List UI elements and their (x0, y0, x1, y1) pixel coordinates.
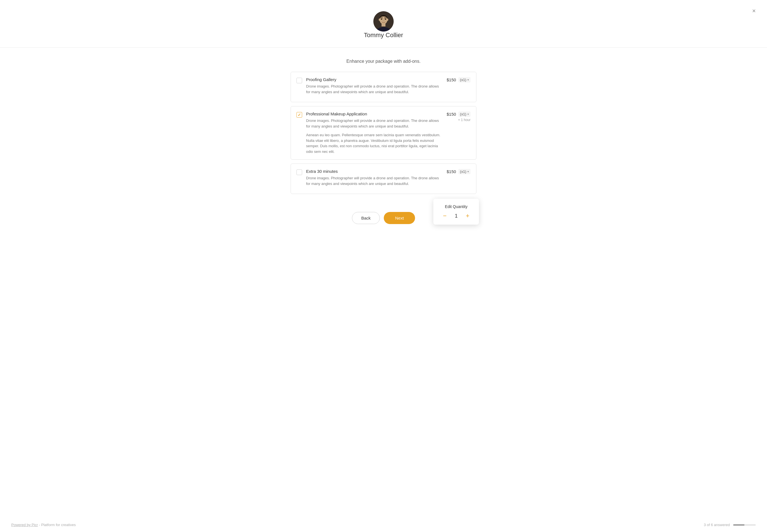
addon-desc-extra-makeup: Aenean eu leo quam. Pellentesque ornare … (306, 132, 441, 154)
qty-controls: − 1 + (442, 213, 471, 219)
progress-bar-track (733, 524, 756, 526)
chevron-down-icon: ▾ (468, 113, 469, 116)
addon-desc-makeup: Drone images. Photographer will provide … (306, 118, 441, 129)
addon-price-area-extra30: $150 (x1) ▾ (445, 169, 471, 174)
addon-card-extra30: Extra 30 minutes Drone images. Photograp… (290, 164, 477, 194)
addon-card-proofing-gallery: Proofing Gallery Drone images. Photograp… (290, 72, 477, 102)
svg-rect-2 (381, 24, 386, 26)
addons-container: Proofing Gallery Drone images. Photograp… (290, 72, 477, 198)
qty-selector-proofing-gallery[interactable]: (x1) ▾ (459, 77, 471, 82)
powered-by-link[interactable]: Powered by Picr (11, 523, 38, 527)
addon-extra-time-makeup: + 1 hour (458, 118, 471, 122)
addon-title-makeup: Professional Makeup Application (306, 111, 441, 116)
addon-price-area-makeup: $150 (x1) ▾ + 1 hour (445, 111, 471, 122)
addon-info-extra30: Extra 30 minutes Drone images. Photograp… (306, 169, 441, 189)
powered-by-suffix: - Platform for creatives (38, 523, 76, 527)
close-button[interactable]: × (752, 8, 756, 14)
addon-checkbox-extra30[interactable] (296, 169, 302, 175)
addon-title-extra30: Extra 30 minutes (306, 169, 441, 174)
main-content: Tommy Collier Enhance your package with … (0, 0, 767, 235)
addon-price-row: $150 (x1) ▾ (447, 77, 471, 82)
qty-selector-makeup[interactable]: (x1) ▾ (459, 111, 471, 117)
powered-by: Powered by Picr - Platform for creatives (11, 523, 76, 527)
addon-info-proofing-gallery: Proofing Gallery Drone images. Photograp… (306, 77, 441, 97)
addon-header-extra30: Extra 30 minutes Drone images. Photograp… (296, 169, 471, 189)
svg-point-5 (381, 19, 382, 20)
chevron-down-icon: ▾ (468, 78, 469, 81)
svg-point-3 (379, 19, 380, 21)
edit-qty-popup: Edit Quantity − 1 + (433, 199, 479, 225)
edit-qty-popup-title: Edit Quantity (442, 204, 471, 209)
qty-current-value: 1 (453, 213, 459, 219)
addon-price-makeup: $150 (447, 112, 456, 117)
qty-value-proofing-gallery: (x1) (460, 78, 466, 82)
addon-title-proofing-gallery: Proofing Gallery (306, 77, 441, 82)
addon-price-area-proofing-gallery: $150 (x1) ▾ (445, 77, 471, 82)
section-title: Enhance your package with add-ons. (346, 59, 421, 64)
back-button[interactable]: Back (352, 212, 380, 224)
chevron-down-icon: ▾ (468, 170, 469, 173)
avatar (373, 11, 394, 32)
addon-header-makeup: Professional Makeup Application Drone im… (296, 111, 471, 154)
footer-buttons: Back Next (352, 212, 415, 224)
addon-card-makeup: Professional Makeup Application Drone im… (290, 106, 477, 160)
next-button[interactable]: Next (384, 212, 415, 224)
addon-info-makeup: Professional Makeup Application Drone im… (306, 111, 441, 154)
qty-selector-extra30[interactable]: (x1) ▾ (459, 169, 471, 174)
addon-desc-extra30: Drone images. Photographer will provide … (306, 175, 441, 186)
addon-checkbox-proofing-gallery[interactable] (296, 78, 302, 83)
person-name: Tommy Collier (364, 32, 403, 39)
addon-header: Proofing Gallery Drone images. Photograp… (296, 77, 471, 97)
bottom-bar: Powered by Picr - Platform for creatives… (0, 518, 767, 532)
addon-price-row-makeup: $150 (x1) ▾ (447, 111, 471, 117)
addon-checkbox-makeup[interactable] (296, 112, 302, 118)
addon-price-extra30: $150 (447, 169, 456, 174)
addon-price-row-extra30: $150 (x1) ▾ (447, 169, 471, 174)
progress-bar-fill (733, 524, 744, 526)
qty-increase-button[interactable]: + (465, 213, 471, 219)
qty-decrease-button[interactable]: − (442, 213, 448, 219)
qty-value-extra30: (x1) (460, 169, 466, 174)
svg-point-6 (385, 19, 386, 20)
addon-price-proofing-gallery: $150 (447, 77, 456, 82)
addon-desc-proofing-gallery: Drone images. Photographer will provide … (306, 84, 441, 95)
divider (0, 47, 767, 48)
progress-text: 3 of 6 answered (704, 523, 730, 527)
qty-value-makeup: (x1) (460, 112, 466, 116)
progress-area: 3 of 6 answered (704, 523, 756, 527)
svg-point-4 (387, 19, 388, 21)
